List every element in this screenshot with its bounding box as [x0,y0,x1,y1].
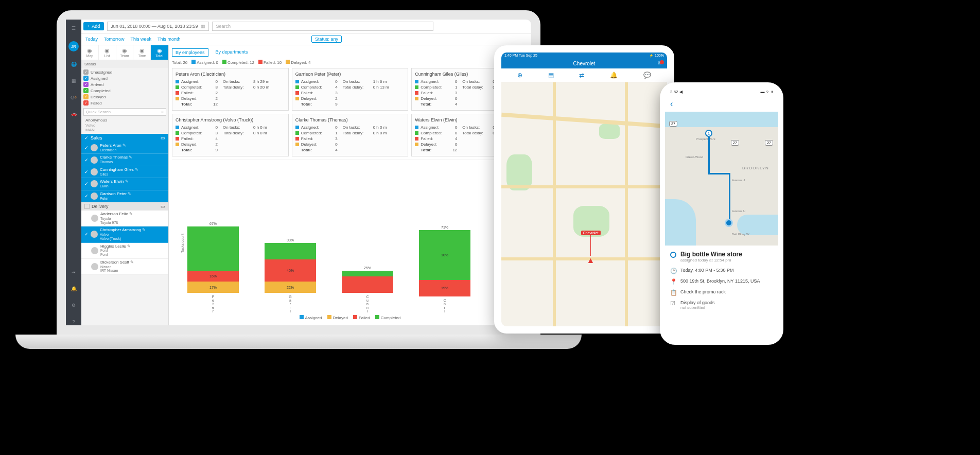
task-title: Big bottle Wine store [680,251,742,258]
add-button[interactable]: +Add [83,22,104,30]
status-failed[interactable]: ✓Failed [83,100,166,106]
chart-bar: 25%C u n n i [342,266,393,313]
status-assigned[interactable]: ✓Assigned [83,75,166,81]
body: ◉Map◉List◉Team◉Time◉Total Status ✓Unassi… [81,45,531,325]
legend-item: Assigned [300,315,322,320]
employee-item[interactable]: ✓Garrison Peter ✎Peter [81,190,168,202]
employee-groups: ✓Sales▭✓Peters Aron ✎Electrician✓Clarke … [81,134,168,275]
anon-employee[interactable]: Anonymous Volvo MAN [81,117,168,134]
phone-map[interactable]: Prospect Park Green-Wood BROOKLYN Belt P… [665,112,778,246]
mail-icon[interactable]: ✉ [658,60,664,66]
import-icon[interactable]: ⇥ [70,269,77,276]
plus-icon: + [87,24,90,29]
user-avatar[interactable]: JR [68,41,79,51]
quick-range-bar: Today Tomorrow This week This month Stat… [81,33,531,45]
phone-statusbar: 3:52 ◀ ▬ ᯤ ▮ [665,87,778,96]
chart-bar: 71%19%10%C h r i [419,225,470,313]
summary-card[interactable]: Christopher Armstrong (Volvo (Truck))Ass… [172,114,289,156]
chart-bar: 33%22%45%G a r r i [265,238,316,313]
app: ☰ JR 🌐 ▦ ◎β 🚗 ⇥ 🔔 ⚙ ? +Add Jun 01, 2018 … [66,20,531,325]
status-arrived[interactable]: ✓Arrived [83,81,166,87]
route-start-marker: 1 [705,130,712,137]
calendar-icon: ▦ [201,24,205,29]
view-tab-time[interactable]: ◉Time [133,45,151,60]
employee-item[interactable]: ✓Peters Aron ✎Electrician [81,142,168,154]
bell-icon[interactable]: 🔔 [610,72,618,79]
chart-icon[interactable]: ▦ [70,77,77,84]
topbar: +Add Jun 01, 2018 00:00 — Aug 01, 2018 2… [81,20,531,33]
group-delivery[interactable]: Delivery▭ [81,202,168,211]
date-range-picker[interactable]: Jun 01, 2018 00:00 — Aug 01, 2018 23:59▦ [107,22,209,31]
help-icon[interactable]: ? [70,318,77,325]
laptop-frame: ☰ JR 🌐 ▦ ◎β 🚗 ⇥ 🔔 ⚙ ? +Add Jun 01, 2018 … [57,10,540,335]
chart-bar: 67%17%16%P e t e r [187,222,239,313]
globe-icon[interactable]: 🌐 [70,61,77,68]
menu-icon[interactable]: ☰ [70,25,77,32]
view-tab-list[interactable]: ◉List [99,45,116,60]
group-sales[interactable]: ✓Sales▭ [81,134,168,142]
employee-item[interactable]: Anderson Felix ✎ToyotaToyota 978 [81,211,168,226]
chart-legend: AssignedDelayedFailedCompleted [172,313,528,322]
task-detail-line: 📋Check the promo rack [670,289,773,296]
tablet-header: Chevrolet ✉ [501,59,667,68]
tablet-toolbar: ⊕ ▤ ⇄ 🔔 💬 [501,68,667,82]
gear-icon[interactable]: ⚙ [70,302,77,309]
tab-by-departments[interactable]: By departments [213,48,251,57]
car-icon[interactable]: 🚗 [70,110,77,117]
status-unassigned[interactable]: ✓Unassigned [83,69,166,75]
tablet-frame: 1:40 PM Tue Sep 25 ⚡ 100% Chevrolet ✉ ⊕ … [494,45,674,334]
chat-icon[interactable]: 💬 [643,72,651,79]
tablet-map[interactable]: Chevrolet▲ [501,82,667,329]
task-detail-line: ☑Display of goodsnot submitted [670,300,773,310]
signal-icons: ▬ ᯤ ▮ [761,90,773,94]
quick-thisweek[interactable]: This week [131,37,152,42]
list-icon[interactable]: ▤ [548,72,554,79]
employee-item[interactable]: ✓Clarke Thomas ✎Thomas [81,154,168,166]
employee-item[interactable]: Higgins Leslie ✎FordFord [81,243,168,259]
phone-frame: 3:52 ◀ ▬ ᯤ ▮ ‹ Prospect Park Green-Wood … [660,82,783,345]
location-icon[interactable]: ◎β [70,94,77,101]
tab-by-employees[interactable]: By employees [172,48,208,57]
summary-card[interactable]: Clarke Thomas (Thomas)Assigned:0On tasks… [292,114,409,156]
employee-item[interactable]: ✓Christopher Armstrong ✎VolvoVolvo (Truc… [81,226,168,242]
chart: 67%17%16%P e t e r33%22%45%G a r r i25%C… [172,162,528,313]
tablet-title: Chevrolet [573,61,596,66]
view-tab-map[interactable]: ◉Map [81,45,99,60]
quick-today[interactable]: Today [85,37,98,42]
quick-search-input[interactable]: Quick Search× [83,108,166,116]
summary-card[interactable]: Garrison Peter (Peter)Assigned:0On tasks… [292,68,409,111]
employee-item[interactable]: Dickerson Scott ✎NissanIRT Nissan [81,259,168,275]
status-header: Status [81,60,168,68]
employee-item[interactable]: ✓Cunningham Giles ✎Giles [81,166,168,178]
status-filter-pill[interactable]: Status: any [311,36,342,43]
task-detail-line: 🕑Today, 4:00 PM - 5:30 PM [670,268,773,274]
legend-item: Completed [375,315,401,320]
status-completed[interactable]: ✓Completed [83,87,166,94]
quick-tomorrow[interactable]: Tomorrow [104,37,125,42]
employee-item[interactable]: ✓Waters Elwin ✎Elwin [81,178,168,190]
task-detail-line: 📍500 19th St, Brooklyn, NY 11215, USA [670,278,773,285]
back-button[interactable]: ‹ [665,96,778,112]
view-tab-team[interactable]: ◉Team [116,45,134,60]
main-panel: +Add Jun 01, 2018 00:00 — Aug 01, 2018 2… [81,20,531,325]
view-tab-total[interactable]: ◉Total [151,45,168,60]
laptop-base [15,335,582,349]
route-icon[interactable]: ⇄ [579,72,584,79]
vehicle-pin[interactable]: Chevrolet▲ [581,231,601,265]
summary-card[interactable]: Peters Aron (Electrician)Assigned:0On ta… [172,68,289,111]
left-panel: ◉Map◉List◉Team◉Time◉Total Status ✓Unassi… [81,45,169,325]
chart-area: Tasks count 67%17%16%P e t e r33%22%45%G… [172,160,528,322]
bell-icon[interactable]: 🔔 [70,285,77,292]
search-input[interactable]: Search [212,22,433,31]
status-delayed[interactable]: ✓Delayed [83,94,166,100]
legend-item: Delayed [327,315,348,320]
globe-icon[interactable]: ⊕ [517,72,522,79]
clear-icon[interactable]: × [161,110,164,114]
summary-cards: Peters Aron (Electrician)Assigned:0On ta… [172,68,528,156]
task-subtitle: assigned today at 12:54 pm [680,258,742,262]
status-ring-icon [670,252,676,258]
legend-item: Failed [353,315,370,320]
quick-thismonth[interactable]: This month [157,37,181,42]
icon-sidebar: ☰ JR 🌐 ▦ ◎β 🚗 ⇥ 🔔 ⚙ ? [66,20,81,325]
right-panel: By employees By departments Total: 26 As… [169,45,531,325]
